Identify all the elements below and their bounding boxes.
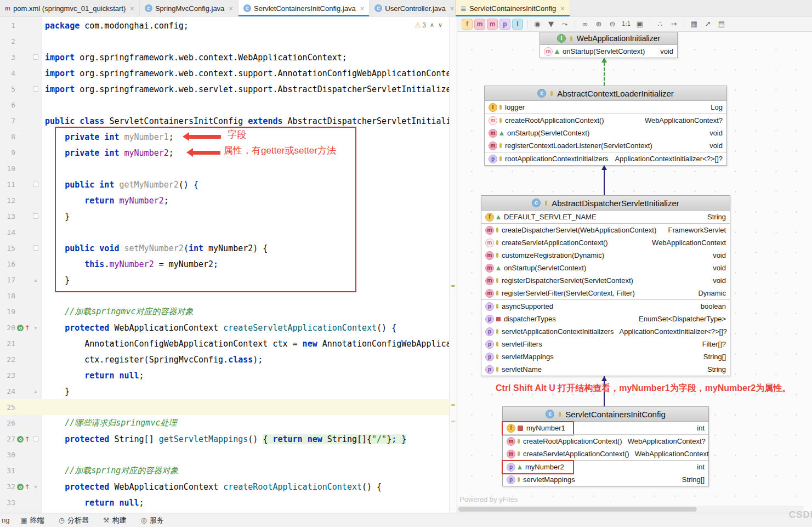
actual-size-icon[interactable]: 1:1 <box>620 18 632 30</box>
inspection-widget[interactable]: ⚠ 3 ∧ ∨ <box>413 20 445 30</box>
close-icon[interactable]: × <box>450 4 455 13</box>
code-text[interactable]: return null; <box>42 498 144 508</box>
close-icon[interactable]: × <box>560 4 565 13</box>
uml-member-row[interactable]: pservletApplicationContextInitializersAp… <box>481 325 730 338</box>
fold-marker-icon[interactable] <box>32 54 39 61</box>
statusbar-item-services[interactable]: ◎服务 <box>141 515 164 525</box>
save-diagram-icon[interactable]: ▦ <box>688 18 700 30</box>
inner-classes-toggle-icon[interactable]: I <box>512 19 523 30</box>
apply-layout-icon[interactable]: ∴ <box>654 18 666 30</box>
tab-usercontroller-java[interactable]: cUserController.java× <box>370 0 459 16</box>
code-text[interactable]: ctx.register(SpringMvcConfig.class); <box>42 355 263 365</box>
inspection-mark[interactable] <box>451 404 455 406</box>
code-text[interactable]: public int getMyNumber2() { <box>42 180 198 190</box>
code-text[interactable]: protected WebApplicationContext createSe… <box>42 323 396 333</box>
next-warning-icon[interactable]: ∨ <box>438 21 442 29</box>
code-text[interactable]: import org.springframework.web.context.s… <box>42 69 457 78</box>
fold-marker-icon[interactable]: ▾ <box>32 325 39 331</box>
uml-member-row[interactable]: pdispatcherTypesEnumSet<DispatcherType> <box>481 313 730 325</box>
code-text[interactable]: //加载springmvc对应的容器对象 <box>42 307 193 317</box>
uml-member-row[interactable]: mcreateRootApplicationContext()WebApplic… <box>485 114 726 127</box>
code-text[interactable]: this.myNumber2 = myNumber2; <box>42 259 218 269</box>
prev-warning-icon[interactable]: ∧ <box>430 21 434 29</box>
uml-member-row[interactable]: mregisterContextLoaderListener(ServletCo… <box>485 139 726 152</box>
uml-class-header[interactable]: cAbstractDispatcherServletInitializer <box>481 196 730 211</box>
uml-class-abstractcontextloaderinitializer[interactable]: cAbstractContextLoaderInitializerflogger… <box>484 86 727 166</box>
show-edge-labels-icon[interactable]: ∞ <box>579 18 591 30</box>
uml-member-row[interactable]: mregisterDispatcherServlet(ServletContex… <box>481 274 730 287</box>
uml-member-row[interactable]: pservletMappingsString[] <box>503 473 708 486</box>
zoom-in-icon[interactable]: ⊕ <box>593 18 605 30</box>
uml-class-header[interactable]: IWebApplicationInitializer <box>540 32 677 45</box>
fold-marker-icon[interactable] <box>32 213 39 220</box>
tab-pom-xml-springmvc-01-quickstart[interactable]: mpom.xml (springmvc_01_quickstart)× <box>0 0 140 16</box>
zoom-out-icon[interactable]: ⊖ <box>606 18 618 30</box>
fit-content-icon[interactable]: ▣ <box>634 18 646 30</box>
uml-member-row[interactable]: mregisterServletFilter(ServletContext, F… <box>481 287 730 299</box>
code-text[interactable]: public class ServletContainersInitConfig… <box>42 116 457 126</box>
code-text[interactable]: } <box>42 387 70 396</box>
tab-servletcontainersinitconfig[interactable]: ≣ServletContainersInitConfig× <box>455 0 570 16</box>
code-text[interactable]: import org.springframework.web.context.W… <box>42 53 347 63</box>
constructors-toggle-icon[interactable]: m <box>474 19 485 30</box>
uml-class-header[interactable]: cServletContainersInitConfig <box>503 407 708 422</box>
code-text[interactable]: //哪些请求归springmvc处理 <box>42 418 177 428</box>
code-editor[interactable]: 1package com.modonghai.config;23import o… <box>0 16 457 513</box>
code-text[interactable]: protected WebApplicationContext createRo… <box>42 482 382 492</box>
edge-filter-icon[interactable]: ▼ <box>545 18 557 30</box>
uml-member-row[interactable]: pservletFiltersFilter[]? <box>481 338 730 350</box>
fold-marker-icon[interactable] <box>32 245 39 252</box>
editor-error-stripe[interactable] <box>449 16 457 513</box>
inspection-mark[interactable] <box>451 285 455 287</box>
close-icon[interactable]: × <box>130 4 134 13</box>
uml-class-servletcontainersinitconfig[interactable]: cServletContainersInitConfigfmyNumber1in… <box>502 406 709 486</box>
code-text[interactable]: public void setMyNumber2(int myNumber2) … <box>42 243 268 253</box>
code-text[interactable]: } <box>42 275 70 285</box>
override-icon[interactable]: o <box>17 325 24 331</box>
code-text[interactable]: import org.springframework.web.servlet.s… <box>42 84 457 94</box>
code-text[interactable]: return myNumber2; <box>42 196 169 206</box>
scroll-to-node-icon[interactable]: → <box>668 18 680 30</box>
fold-marker-icon[interactable]: ▾ <box>32 484 39 490</box>
fold-marker-icon[interactable] <box>32 86 39 93</box>
show-dependencies-icon[interactable]: ⤳ <box>559 18 571 30</box>
uml-class-webapplicationinitializer[interactable]: IWebApplicationInitializermonStartup(Ser… <box>540 32 678 58</box>
uml-member-row[interactable]: fmyNumber1int <box>503 422 708 434</box>
uml-member-row[interactable]: pservletMappingsString[] <box>481 350 730 363</box>
diagram-canvas[interactable]: Ctrl Shift Alt U 打开结构查看，myNumber1为字段，myN… <box>457 32 812 513</box>
uml-member-row[interactable]: monStartup(ServletContext)void <box>485 127 726 139</box>
diagram-horizontal-scrollbar[interactable] <box>457 506 804 513</box>
code-text[interactable]: //加载spring对应的容器对象 <box>42 466 178 476</box>
fields-toggle-icon[interactable]: f <box>462 19 473 30</box>
code-text[interactable]: protected String[] getServletMappings() … <box>42 434 406 444</box>
close-icon[interactable]: × <box>229 4 233 13</box>
fold-marker-icon[interactable]: ▴ <box>32 388 39 394</box>
uml-member-row[interactable]: fDEFAULT_SERVLET_NAMEString <box>481 211 730 223</box>
statusbar-item-terminal[interactable]: ▣终端 <box>20 515 44 525</box>
uml-class-header[interactable]: cAbstractContextLoaderInitializer <box>485 86 726 101</box>
methods-toggle-icon[interactable]: m <box>487 19 498 30</box>
properties-toggle-icon[interactable]: p <box>499 19 510 30</box>
uml-member-row[interactable]: prootApplicationContextInitializersAppli… <box>485 152 726 165</box>
override-icon[interactable]: o <box>17 436 24 443</box>
uml-member-row[interactable]: monStartup(ServletContext)void <box>540 45 677 58</box>
code-text[interactable]: } <box>42 212 70 222</box>
uml-class-abstractdispatcherservletinitializer[interactable]: cAbstractDispatcherServletInitializerfDE… <box>481 195 730 376</box>
uml-member-row[interactable]: mcreateDispatcherServlet(WebApplicationC… <box>481 223 730 236</box>
statusbar-item-profiler[interactable]: ◷分析器 <box>59 515 89 525</box>
tab-servletcontainersinitconfig-java[interactable]: cServletContainersInitConfig.java× <box>239 0 370 16</box>
uml-member-row[interactable]: mcreateServletApplicationContext()WebApp… <box>481 236 730 249</box>
tab-springmvcconfig-java[interactable]: cSpringMvcConfig.java× <box>140 0 239 16</box>
uml-member-row[interactable]: pservletNameString <box>481 363 730 376</box>
inspection-mark[interactable] <box>451 421 455 422</box>
uml-member-row[interactable]: mcreateServletApplicationContext()WebApp… <box>503 447 708 460</box>
override-icon[interactable]: o <box>17 484 24 490</box>
uml-member-row[interactable]: pasyncSupportedboolean <box>481 299 730 313</box>
change-visibility-level-icon[interactable]: ◉ <box>531 18 543 30</box>
uml-member-row[interactable]: pmyNumber2int <box>503 460 708 473</box>
code-text[interactable]: AnnotationConfigWebApplicationContext ct… <box>42 339 457 349</box>
fold-marker-icon[interactable]: ▴ <box>32 277 39 283</box>
print-diagram-icon[interactable]: ▤ <box>716 18 728 30</box>
scrollbar-thumb[interactable] <box>458 507 697 512</box>
export-diagram-icon[interactable]: ↗ <box>702 18 714 30</box>
